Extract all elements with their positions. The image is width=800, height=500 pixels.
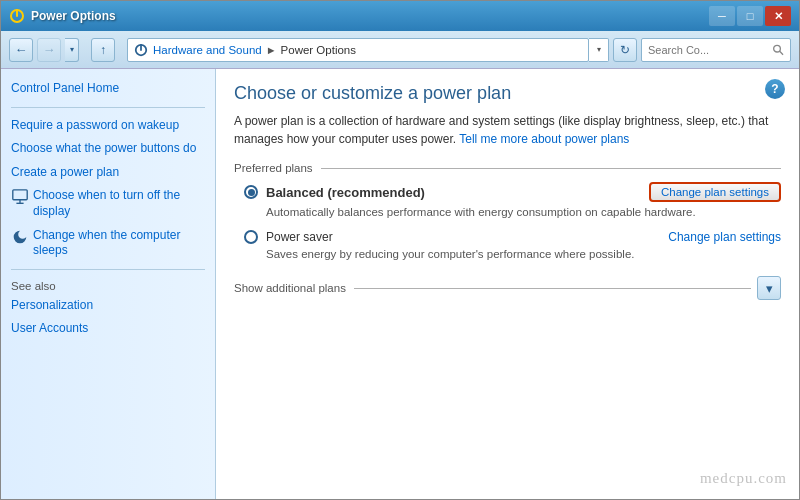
panel-description: A power plan is a collection of hardware…: [234, 112, 781, 148]
right-panel: ? Choose or customize a power plan A pow…: [216, 69, 799, 499]
plan-name-power-saver: Power saver: [266, 230, 333, 244]
search-icon: [773, 44, 784, 56]
title-bar: Power Options ─ □ ✕: [1, 1, 799, 31]
monitor-icon: [11, 188, 29, 206]
plan-header-left-power-saver: Power saver: [244, 230, 333, 244]
main-content: Control Panel Home Require a password on…: [1, 69, 799, 499]
svg-line-5: [780, 51, 783, 54]
forward-button[interactable]: →: [37, 38, 61, 62]
maximize-button[interactable]: □: [737, 6, 763, 26]
watermark: medcpu.com: [700, 470, 787, 487]
plan-header-left-balanced: Balanced (recommended): [244, 185, 425, 200]
preferred-plans-line: [321, 168, 781, 169]
sidebar-divider-1: [11, 107, 205, 108]
additional-plans: Show additional plans ▾: [234, 276, 781, 300]
sidebar-control-panel-home[interactable]: Control Panel Home: [11, 81, 205, 97]
up-button[interactable]: ↑: [91, 38, 115, 62]
sidebar-item-user-accounts[interactable]: User Accounts: [11, 321, 205, 337]
sidebar-item-turn-off-display[interactable]: Choose when to turn off the display: [11, 188, 205, 219]
plan-header-balanced: Balanced (recommended) Change plan setti…: [244, 182, 781, 202]
preferred-plans-header: Preferred plans: [234, 162, 781, 174]
sidebar-item-create-power-plan[interactable]: Create a power plan: [11, 165, 205, 181]
breadcrumb-bar: Hardware and Sound ► Power Options: [127, 38, 589, 62]
minimize-button[interactable]: ─: [709, 6, 735, 26]
see-also-heading: See also: [11, 280, 205, 292]
title-bar-left: Power Options: [9, 8, 116, 24]
expand-additional-plans-button[interactable]: ▾: [757, 276, 781, 300]
plan-desc-power-saver: Saves energy by reducing your computer's…: [266, 246, 781, 262]
breadcrumb-root[interactable]: Hardware and Sound: [153, 44, 262, 56]
breadcrumb-current: Power Options: [281, 44, 356, 56]
additional-plans-label: Show additional plans: [234, 282, 346, 294]
refresh-button[interactable]: ↻: [613, 38, 637, 62]
plan-desc-balanced: Automatically balances performance with …: [266, 204, 781, 220]
svg-rect-6: [13, 190, 27, 200]
plan-name-balanced: Balanced (recommended): [266, 185, 425, 200]
plan-item-balanced: Balanced (recommended) Change plan setti…: [244, 182, 781, 220]
window-title: Power Options: [31, 9, 116, 23]
breadcrumb-icon: [134, 43, 148, 57]
panel-title: Choose or customize a power plan: [234, 83, 781, 104]
moon-icon: [11, 228, 29, 246]
back-button[interactable]: ←: [9, 38, 33, 62]
change-plan-link-power-saver[interactable]: Change plan settings: [668, 230, 781, 244]
radio-power-saver[interactable]: [244, 230, 258, 244]
address-bar: ← → ▾ ↑ Hardware and Sound ► Power Optio…: [1, 31, 799, 69]
sidebar-item-choose-power-buttons[interactable]: Choose what the power buttons do: [11, 141, 205, 157]
sidebar-item-computer-sleeps[interactable]: Change when the computer sleeps: [11, 228, 205, 259]
close-button[interactable]: ✕: [765, 6, 791, 26]
search-box: [641, 38, 791, 62]
plan-header-power-saver: Power saver Change plan settings: [244, 230, 781, 244]
sidebar-divider-2: [11, 269, 205, 270]
nav-dropdown[interactable]: ▾: [65, 38, 79, 62]
radio-balanced[interactable]: [244, 185, 258, 199]
change-plan-button-balanced[interactable]: Change plan settings: [649, 182, 781, 202]
plan-item-power-saver: Power saver Change plan settings Saves e…: [244, 230, 781, 262]
breadcrumb-separator: ►: [266, 44, 277, 56]
svg-point-4: [774, 45, 781, 52]
sidebar-item-require-password[interactable]: Require a password on wakeup: [11, 118, 205, 134]
additional-plans-line: [354, 288, 751, 289]
tell-me-link[interactable]: Tell me more about power plans: [459, 132, 629, 146]
title-bar-controls: ─ □ ✕: [709, 6, 791, 26]
search-input[interactable]: [648, 44, 769, 56]
window: Power Options ─ □ ✕ ← → ▾ ↑ Hardware and…: [0, 0, 800, 500]
help-button[interactable]: ?: [765, 79, 785, 99]
window-icon: [9, 8, 25, 24]
address-dropdown[interactable]: ▾: [589, 38, 609, 62]
sidebar: Control Panel Home Require a password on…: [1, 69, 216, 499]
sidebar-item-personalization[interactable]: Personalization: [11, 298, 205, 314]
preferred-plans-label: Preferred plans: [234, 162, 313, 174]
